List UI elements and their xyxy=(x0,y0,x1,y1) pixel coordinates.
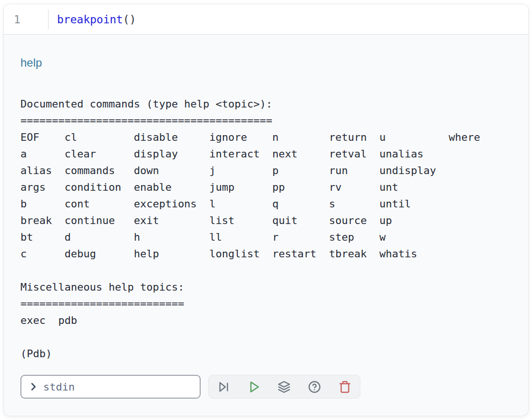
code-token-builtin: breakpoint xyxy=(57,13,123,26)
play-icon xyxy=(248,381,261,393)
layers-icon xyxy=(278,381,290,393)
pdb-help-output: Documented commands (type help <topic>):… xyxy=(20,96,511,329)
trash-icon xyxy=(339,381,351,393)
console-input-row xyxy=(20,375,511,399)
debugger-panel: 1 breakpoint() help Documented commands … xyxy=(3,4,529,416)
chevron-right-icon xyxy=(28,381,39,392)
debugger-toolbar xyxy=(208,375,360,399)
help-circle-icon xyxy=(308,381,321,393)
code-editor-line[interactable]: 1 breakpoint() xyxy=(4,4,528,35)
layers-button[interactable] xyxy=(270,375,299,398)
editor-gutter: 1 xyxy=(4,4,48,34)
clear-button[interactable] xyxy=(330,375,359,398)
run-button[interactable] xyxy=(239,375,269,398)
code-line[interactable]: breakpoint() xyxy=(48,13,136,26)
code-token-parens: () xyxy=(123,13,136,26)
stdin-input-box[interactable] xyxy=(20,375,201,399)
line-number: 1 xyxy=(4,13,20,26)
step-next-button[interactable] xyxy=(209,375,239,398)
echoed-command: help xyxy=(20,56,511,70)
stdin-input[interactable] xyxy=(43,381,194,393)
skip-forward-icon xyxy=(217,381,230,393)
console-output-area: help Documented commands (type help <top… xyxy=(4,35,528,416)
pdb-prompt: (Pdb) xyxy=(20,345,511,362)
help-button[interactable] xyxy=(300,375,329,398)
